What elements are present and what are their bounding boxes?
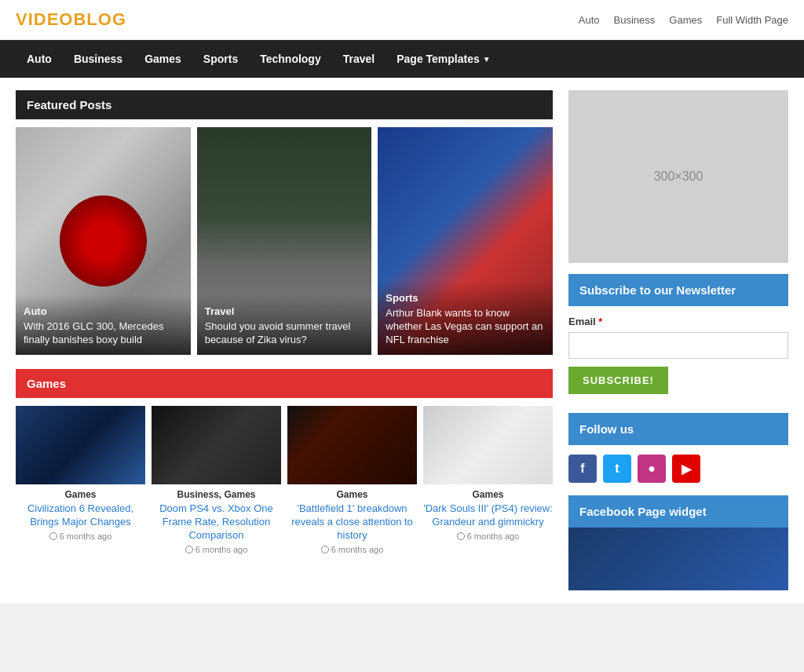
youtube-icon[interactable]: ▶ bbox=[672, 455, 700, 483]
game2-category: Business, Games bbox=[152, 489, 281, 500]
featured-travel-category: Travel bbox=[205, 305, 364, 317]
game1-title[interactable]: Civilization 6 Revealed, Brings Major Ch… bbox=[16, 502, 145, 529]
featured-grid: Auto With 2016 GLC 300, Mercedes finally… bbox=[16, 127, 553, 355]
clock-icon-4 bbox=[457, 532, 465, 540]
featured-post-auto[interactable]: Auto With 2016 GLC 300, Mercedes finally… bbox=[16, 127, 191, 355]
header-nav-business[interactable]: Business bbox=[614, 14, 656, 26]
game-post-battlefield[interactable]: Games 'Battlefield 1' breakdown reveals … bbox=[287, 406, 417, 554]
game4-image bbox=[423, 406, 553, 484]
main-nav: Auto Business Games Sports Technology Tr… bbox=[0, 40, 804, 78]
featured-auto-category: Auto bbox=[24, 305, 183, 317]
email-label: Email * bbox=[568, 316, 788, 327]
game-post-dark-souls[interactable]: Games 'Dark Souls III' (PS4) review: Gra… bbox=[423, 406, 553, 554]
game-post-civ6[interactable]: Games Civilization 6 Revealed, Brings Ma… bbox=[16, 406, 145, 554]
featured-auto-overlay: Auto With 2016 GLC 300, Mercedes finally… bbox=[16, 294, 191, 355]
clock-icon-2 bbox=[185, 546, 193, 553]
follow-section-header: Follow us bbox=[568, 413, 788, 445]
subscribe-button[interactable]: SUBSCRIBE! bbox=[568, 367, 668, 394]
instagram-icon[interactable]: ● bbox=[638, 455, 666, 483]
sidebar-ad-300x300: 300×300 bbox=[568, 90, 788, 263]
clock-icon-3 bbox=[321, 546, 329, 553]
game1-category: Games bbox=[16, 489, 145, 500]
featured-travel-title: Should you avoid summer travel because o… bbox=[205, 320, 364, 347]
game4-title[interactable]: 'Dark Souls III' (PS4) review: Grandeur … bbox=[423, 502, 553, 529]
subscribe-form: Email * SUBSCRIBE! bbox=[568, 316, 788, 413]
games-section: Games Games Civilization 6 Revealed, Bri… bbox=[16, 369, 553, 554]
featured-travel-overlay: Travel Should you avoid summer travel be… bbox=[197, 294, 372, 355]
game2-image bbox=[152, 406, 281, 484]
featured-sports-overlay: Sports Arthur Blank wants to know whethe… bbox=[378, 281, 553, 355]
games-grid: Games Civilization 6 Revealed, Brings Ma… bbox=[16, 406, 553, 554]
game3-image bbox=[287, 406, 417, 484]
facebook-icon[interactable]: f bbox=[568, 455, 597, 483]
nav-auto[interactable]: Auto bbox=[16, 40, 63, 78]
content-area: Featured Posts Auto With 2016 GLC 300, M… bbox=[0, 78, 804, 603]
main-content: Featured Posts Auto With 2016 GLC 300, M… bbox=[16, 90, 553, 590]
sidebar: 300×300 Subscribe to our Newsletter Emai… bbox=[568, 90, 788, 590]
nav-technology[interactable]: Technology bbox=[249, 40, 332, 78]
nav-page-templates[interactable]: Page Templates ▼ bbox=[386, 40, 501, 78]
nav-business[interactable]: Business bbox=[63, 40, 133, 78]
subscribe-section-header: Subscribe to our Newsletter bbox=[568, 274, 788, 306]
featured-post-sports[interactable]: Sports Arthur Blank wants to know whethe… bbox=[378, 127, 553, 355]
page-templates-dropdown-arrow: ▼ bbox=[483, 55, 491, 64]
site-header: VIDEOBLOG Auto Business Games Full Width… bbox=[0, 0, 804, 40]
game4-category: Games bbox=[423, 489, 553, 500]
game2-title[interactable]: Doom PS4 vs. Xbox One Frame Rate, Resolu… bbox=[152, 502, 281, 542]
featured-sports-category: Sports bbox=[386, 292, 545, 304]
game3-category: Games bbox=[287, 489, 417, 500]
game4-time: 6 months ago bbox=[423, 531, 553, 541]
logo-text-black: VIDEO bbox=[16, 9, 73, 29]
game3-title[interactable]: 'Battlefield 1' breakdown reveals a clos… bbox=[287, 502, 417, 542]
fb-widget-header: Facebook Page widget bbox=[568, 495, 788, 528]
nav-sports[interactable]: Sports bbox=[192, 40, 249, 78]
twitter-icon[interactable]: t bbox=[603, 455, 631, 483]
email-required-marker: * bbox=[598, 316, 602, 327]
clock-icon-1 bbox=[49, 532, 57, 540]
header-nav-full-width[interactable]: Full Width Page bbox=[716, 14, 788, 26]
nav-travel[interactable]: Travel bbox=[332, 40, 386, 78]
nav-games[interactable]: Games bbox=[133, 40, 192, 78]
game-post-doom[interactable]: Business, Games Doom PS4 vs. Xbox One Fr… bbox=[152, 406, 281, 554]
header-top-nav: Auto Business Games Full Width Page bbox=[579, 14, 788, 26]
logo-text-orange: BLOG bbox=[73, 9, 126, 29]
game2-time: 6 months ago bbox=[152, 545, 281, 554]
game1-time: 6 months ago bbox=[16, 531, 145, 541]
header-nav-auto[interactable]: Auto bbox=[579, 14, 600, 26]
featured-post-travel[interactable]: Travel Should you avoid summer travel be… bbox=[197, 127, 372, 355]
site-logo[interactable]: VIDEOBLOG bbox=[16, 9, 126, 30]
featured-sports-title: Arthur Blank wants to know whether Las V… bbox=[386, 307, 545, 347]
featured-section-header: Featured Posts bbox=[16, 90, 553, 119]
featured-posts-section: Featured Posts Auto With 2016 GLC 300, M… bbox=[16, 90, 553, 355]
game3-time: 6 months ago bbox=[287, 545, 417, 554]
game1-image bbox=[16, 406, 145, 484]
social-icons-group: f t ● ▶ bbox=[568, 455, 788, 483]
featured-auto-title: With 2016 GLC 300, Mercedes finally bani… bbox=[24, 320, 183, 347]
email-input[interactable] bbox=[568, 332, 788, 359]
fb-widget-image bbox=[568, 528, 788, 590]
games-section-header: Games bbox=[16, 369, 553, 398]
header-nav-games[interactable]: Games bbox=[669, 14, 702, 26]
